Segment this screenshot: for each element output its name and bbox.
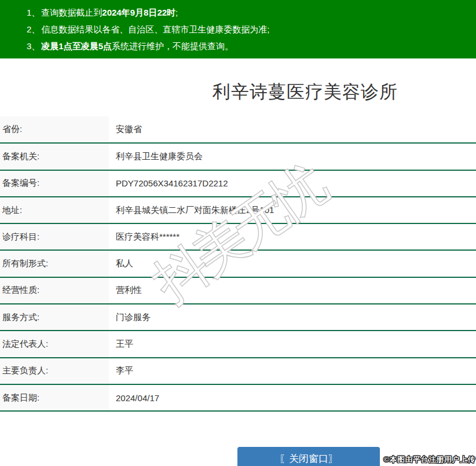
notice-line: 3、凌晨1点至凌晨5点系统进行维护，不能提供查询。 xyxy=(0,38,476,54)
notice-number: 3、 xyxy=(27,41,40,51)
notice-header: 1、查询数据截止到2024年9月8日22时;2、信息数据结果以各省、自治区、直辖… xyxy=(0,0,476,58)
field-label: 法定代表人: xyxy=(0,331,109,357)
table-row: 诊疗科目:医疗美容科****** xyxy=(0,223,476,250)
notice-line: 1、查询数据截止到2024年9月8日22时; xyxy=(0,4,476,21)
field-label: 省份: xyxy=(0,116,109,143)
notice-text: ; xyxy=(175,8,178,17)
field-value: 门诊服务 xyxy=(109,304,476,331)
field-value: 利辛县卫生健康委员会 xyxy=(109,143,476,170)
field-label: 所有制形式: xyxy=(0,250,109,277)
field-label: 服务方式: xyxy=(0,304,109,331)
table-row: 经营性质:营利性 xyxy=(0,277,476,304)
field-value: 营利性 xyxy=(109,277,476,304)
clinic-info-table: 省份:安徽省备案机关:利辛县卫生健康委员会备案编号:PDY72056X34162… xyxy=(0,116,476,412)
notice-number: 2、 xyxy=(27,24,40,34)
field-label: 备案日期: xyxy=(0,384,109,411)
table-row: 服务方式:门诊服务 xyxy=(0,304,476,331)
table-row: 备案机关:利辛县卫生健康委员会 xyxy=(0,143,476,170)
field-value: 李平 xyxy=(109,358,476,384)
field-value: 2024/04/17 xyxy=(109,384,476,411)
field-label: 诊疗科目: xyxy=(0,223,109,250)
field-label: 经营性质: xyxy=(0,277,109,304)
field-value: 安徽省 xyxy=(109,116,476,143)
uploader-watermark: ©本图由平台注册用户上传 xyxy=(383,454,475,465)
field-label: 主要负责人: xyxy=(0,358,109,384)
table-row: 备案日期:2024/04/17 xyxy=(0,384,476,411)
table-row: 省份:安徽省 xyxy=(0,116,476,143)
field-label: 备案编号: xyxy=(0,170,109,197)
notice-text: 信息数据结果以各省、自治区、直辖市卫生健康委数据为准; xyxy=(41,24,269,34)
page-title: 利辛诗蔓医疗美容诊所 xyxy=(213,82,398,102)
table-row: 所有制形式:私人 xyxy=(0,250,476,277)
table-row: 法定代表人:王平 xyxy=(0,331,476,357)
field-label: 备案机关: xyxy=(0,143,109,170)
notice-text: 查询数据截止到 xyxy=(41,8,102,17)
field-value: 王平 xyxy=(109,331,476,357)
notice-text: 系统进行维护，不能提供查询。 xyxy=(112,41,233,51)
field-label: 地址: xyxy=(0,197,109,223)
title-container: 利辛诗蔓医疗美容诊所 xyxy=(0,58,476,104)
table-row: 地址:利辛县城关镇二水厂对面朱新楼庄2号101 xyxy=(0,197,476,223)
close-window-button[interactable]: 〖关闭窗口〗 xyxy=(237,447,380,466)
field-value: 私人 xyxy=(109,250,476,277)
table-row: 备案编号:PDY72056X34162317D2212 xyxy=(0,170,476,197)
field-value: 利辛县城关镇二水厂对面朱新楼庄2号101 xyxy=(109,197,476,223)
notice-line: 2、信息数据结果以各省、自治区、直辖市卫生健康委数据为准; xyxy=(0,21,476,38)
notice-text: 凌晨1点至凌晨5点 xyxy=(41,41,112,51)
notice-number: 1、 xyxy=(27,8,40,17)
notice-text: 2024年9月8日22时 xyxy=(102,8,175,17)
table-row: 主要负责人:李平 xyxy=(0,358,476,384)
field-value: PDY72056X34162317D2212 xyxy=(109,170,476,197)
field-value: 医疗美容科****** xyxy=(109,223,476,250)
